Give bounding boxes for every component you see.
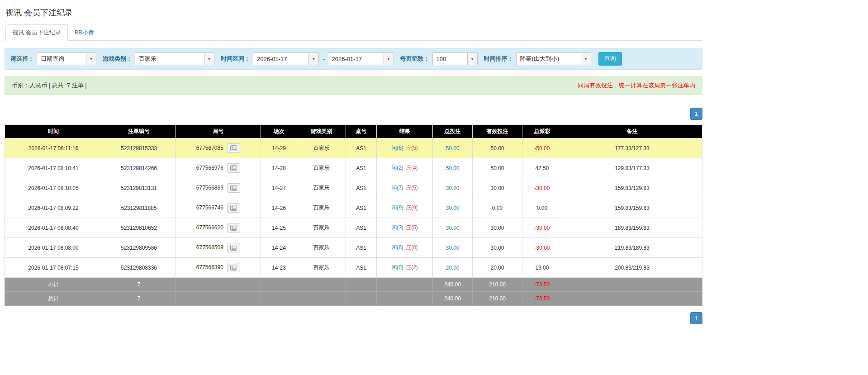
header-total-bet: 总投注 [433, 125, 473, 138]
cell-game-type: 百家乐 [297, 198, 346, 218]
chevron-down-icon[interactable]: ▾ [204, 53, 214, 65]
player-result: 闲(0) [391, 264, 403, 271]
header-payout: 总派彩 [522, 125, 562, 138]
cell-session: 14-28 [261, 158, 297, 178]
banker-result: 庄(0) [406, 244, 418, 251]
cell-time: 2026-01-17 08:07:15 [5, 258, 102, 278]
page-1-button[interactable]: 1 [690, 312, 702, 324]
cell-result: 闲(2) 庄(4) [377, 158, 433, 178]
page-size-value: 100 [433, 53, 467, 65]
empty-cell [176, 292, 261, 306]
view-round-button[interactable] [227, 183, 240, 193]
tab-betting-records[interactable]: 视讯 会员下注纪录 [5, 24, 68, 41]
query-type-select[interactable]: 日期查询 ▾ [37, 52, 96, 65]
game-type-select[interactable]: 百家乐 ▾ [135, 52, 214, 65]
cell-total-bet: 50.00 [433, 138, 473, 158]
table-row: 2026-01-17 08:10:41 523129814266 6775669… [5, 158, 702, 178]
date-to-value: 2026-01-17 [328, 53, 384, 65]
empty-cell [346, 292, 377, 306]
cell-payout: 19.00 [522, 258, 562, 278]
cell-result: 闲(6) 庄(0) [377, 238, 433, 258]
page-1-button[interactable]: 1 [690, 108, 702, 120]
cell-session: 14-24 [261, 238, 297, 258]
cell-bet-id: 523129814266 [102, 158, 176, 178]
view-round-button[interactable] [227, 163, 240, 173]
player-result: 闲(6) [391, 244, 403, 251]
header-round-id: 局号 [176, 125, 261, 138]
banker-result: 庄(5) [406, 185, 418, 191]
view-round-button[interactable] [227, 223, 240, 233]
cell-result: 闲(7) 庄(5) [377, 178, 433, 198]
cell-table-no: AS1 [346, 258, 377, 278]
banker-result: 庄(9) [406, 204, 418, 211]
header-time: 时间 [5, 125, 102, 138]
header-bet-id: 注单编号 [102, 125, 176, 138]
chevron-down-icon[interactable]: ▾ [308, 53, 318, 65]
cell-session: 14-27 [261, 178, 297, 198]
grand-total-row: 总计 7 240.00 210.00 -73.50 [5, 292, 702, 306]
video-replay-icon [230, 185, 237, 191]
cell-game-type: 百家乐 [297, 218, 346, 238]
chevron-down-icon[interactable]: ▾ [384, 53, 394, 65]
header-table-no: 桌号 [346, 125, 377, 138]
cell-time: 2026-01-17 08:10:41 [5, 158, 102, 178]
sort-select[interactable]: 降幂(由大到小) ▾ [516, 52, 591, 65]
total-bet-link[interactable]: 30.00 [446, 225, 459, 231]
cell-note: 219.83/189.83 [562, 238, 702, 258]
video-replay-icon [230, 265, 237, 271]
betting-records-table: 时间 注单编号 局号 场次 游戏类别 桌号 结果 总投注 有效投注 总派彩 备注… [5, 124, 702, 306]
subtotal-row: 小计 7 240.00 210.00 -73.50 [5, 278, 702, 292]
chevron-down-icon[interactable]: ▾ [86, 53, 96, 65]
total-bet-link[interactable]: 50.00 [446, 145, 459, 152]
total-bet-link[interactable]: 20.00 [446, 265, 459, 271]
empty-cell [297, 292, 346, 306]
video-replay-icon [230, 245, 237, 251]
table-row: 2026-01-17 08:10:05 523129813131 6775668… [5, 178, 702, 198]
cell-note: 159.83/129.83 [562, 178, 702, 198]
subtotal-total-bet: 240.00 [433, 278, 473, 292]
cell-bet-id: 523129811885 [102, 198, 176, 218]
cell-note: 189.83/159.83 [562, 218, 702, 238]
cell-time: 2026-01-17 08:08:40 [5, 218, 102, 238]
view-round-button[interactable] [227, 203, 240, 213]
cell-session: 14-29 [261, 138, 297, 158]
cell-payout: -50.00 [522, 138, 562, 158]
date-to-picker[interactable]: 2026-01-17 ▾ [328, 52, 394, 65]
cell-table-no: AS1 [346, 138, 377, 158]
summary-bar: 币别：人民币 | 总共 :7 注单 | 同局有效投注，统一计算在该局第一张注单内 [5, 76, 702, 95]
player-result: 闲(9) [391, 204, 403, 211]
empty-cell [297, 278, 346, 292]
cell-total-bet: 30.00 [433, 218, 473, 238]
total-bet-link[interactable]: 30.00 [446, 245, 459, 251]
chevron-down-icon[interactable]: ▾ [467, 53, 477, 65]
banker-result: 庄(5) [406, 224, 418, 231]
search-button[interactable]: 查询 [598, 52, 622, 66]
empty-cell [562, 292, 702, 306]
total-bet-link[interactable]: 50.00 [446, 165, 459, 171]
tab-bb-tips[interactable]: BB小费 [68, 24, 101, 41]
game-type-label: 游戏类别： [103, 55, 132, 63]
round-id-value: 677566746 [196, 204, 223, 211]
cell-valid-bet: 30.00 [473, 178, 522, 198]
total-bet-link[interactable]: 30.00 [446, 185, 459, 191]
table-row: 2026-01-17 08:08:00 523129809586 6775665… [5, 238, 702, 258]
view-round-button[interactable] [227, 143, 240, 153]
total-bet-link[interactable]: 30.00 [446, 205, 459, 211]
view-round-button[interactable] [227, 263, 240, 272]
empty-cell [377, 292, 433, 306]
page-size-select[interactable]: 100 ▾ [432, 52, 478, 65]
table-header-row: 时间 注单编号 局号 场次 游戏类别 桌号 结果 总投注 有效投注 总派彩 备注 [5, 125, 702, 138]
chevron-down-icon[interactable]: ▾ [581, 53, 591, 65]
cell-payout: -30.00 [522, 238, 562, 258]
cell-round-id: 677566976 [176, 158, 261, 178]
date-from-picker[interactable]: 2026-01-17 ▾ [253, 52, 319, 65]
player-result: 闲(6) [391, 145, 403, 151]
table-row: 2026-01-17 08:11:16 523129815333 6775670… [5, 138, 702, 158]
grand-total-label: 总计 [5, 292, 102, 306]
cell-payout: -30.00 [522, 218, 562, 238]
date-from-value: 2026-01-17 [253, 53, 308, 65]
cell-valid-bet: 20.00 [473, 258, 522, 278]
view-round-button[interactable] [227, 243, 240, 252]
header-session: 场次 [261, 125, 297, 138]
cell-round-id: 677566869 [176, 178, 261, 198]
